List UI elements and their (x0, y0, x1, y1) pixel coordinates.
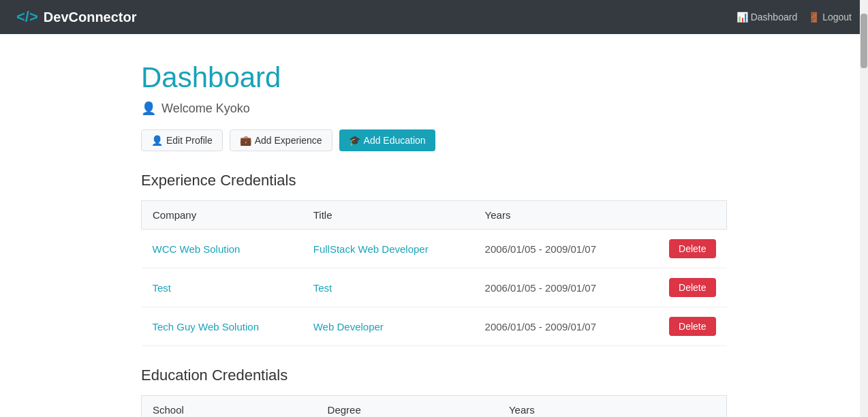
graduation-icon: 🎓 (349, 135, 360, 146)
page-title: Dashboard (141, 61, 727, 94)
experience-action-cell: Delete (641, 307, 727, 346)
main-content: Dashboard 👤 Welcome Kyoko 👤 Edit Profile… (127, 34, 741, 417)
experience-company-cell: Test (142, 268, 303, 307)
experience-title-cell: FullStack Web Developer (303, 230, 474, 268)
nav-links: 📊 Dashboard 🚪 Logout (737, 12, 852, 22)
experience-delete-button[interactable]: Delete (669, 317, 715, 336)
edit-profile-label: Edit Profile (166, 135, 213, 146)
action-buttons: 👤 Edit Profile 💼 Add Experience 🎓 Add Ed… (141, 129, 727, 151)
add-experience-button[interactable]: 💼 Add Experience (230, 129, 332, 151)
scrollbar-track[interactable] (860, 0, 868, 417)
add-education-label: Add Education (364, 135, 426, 146)
scrollbar-thumb[interactable] (861, 14, 867, 68)
add-education-button[interactable]: 🎓 Add Education (339, 129, 435, 151)
welcome-text: Welcome Kyoko (161, 102, 250, 116)
edit-profile-button[interactable]: 👤 Edit Profile (141, 129, 223, 151)
experience-section-title: Experience Credentials (141, 172, 727, 189)
education-col-degree: Degree (317, 396, 498, 418)
experience-table-body: WCC Web Solution FullStack Web Developer… (142, 230, 727, 346)
education-col-school: School (142, 396, 317, 418)
logout-nav-label: Logout (822, 12, 852, 22)
experience-title-cell: Web Developer (303, 307, 474, 346)
experience-title-cell: Test (303, 268, 474, 307)
navbar: </> DevConnector 📊 Dashboard 🚪 Logout (0, 0, 868, 34)
experience-years-cell: 2006/01/05 - 2009/01/07 (474, 230, 641, 268)
experience-years-cell: 2006/01/05 - 2009/01/07 (474, 268, 641, 307)
dashboard-nav-link[interactable]: 📊 Dashboard (737, 12, 798, 22)
experience-company-cell: WCC Web Solution (142, 230, 303, 268)
add-experience-label: Add Experience (255, 135, 322, 146)
experience-col-action (641, 201, 727, 230)
experience-col-years: Years (474, 201, 641, 230)
experience-col-title: Title (303, 201, 474, 230)
brand-logo[interactable]: </> DevConnector (16, 8, 137, 26)
experience-table-row: Test Test 2006/01/05 - 2009/01/07 Delete (142, 268, 727, 307)
education-section-title: Education Credentials (141, 367, 727, 384)
education-col-action (654, 396, 727, 418)
experience-years-cell: 2006/01/05 - 2009/01/07 (474, 307, 641, 346)
experience-table: Company Title Years WCC Web Solution Ful… (141, 200, 727, 346)
experience-col-company: Company (142, 201, 303, 230)
education-col-years: Years (498, 396, 654, 418)
sign-out-icon: 🚪 (808, 12, 820, 22)
dashboard-nav-label: Dashboard (751, 12, 798, 22)
brand-name: DevConnector (44, 10, 137, 25)
experience-action-cell: Delete (641, 230, 727, 268)
briefcase-icon: 💼 (240, 135, 251, 146)
education-table-header: School Degree Years (142, 396, 727, 418)
experience-delete-button[interactable]: Delete (669, 278, 715, 297)
experience-action-cell: Delete (641, 268, 727, 307)
experience-table-header: Company Title Years (142, 201, 727, 230)
experience-company-cell: Tech Guy Web Solution (142, 307, 303, 346)
user-icon: 👤 (141, 101, 156, 116)
education-table: School Degree Years (141, 395, 727, 417)
experience-table-row: WCC Web Solution FullStack Web Developer… (142, 230, 727, 268)
edit-profile-icon: 👤 (151, 135, 163, 146)
welcome-line: 👤 Welcome Kyoko (141, 101, 727, 116)
experience-delete-button[interactable]: Delete (669, 239, 715, 258)
experience-table-row: Tech Guy Web Solution Web Developer 2006… (142, 307, 727, 346)
tachometer-icon: 📊 (737, 12, 748, 22)
logout-nav-link[interactable]: 🚪 Logout (808, 12, 852, 22)
brand-icon: </> (16, 8, 38, 26)
